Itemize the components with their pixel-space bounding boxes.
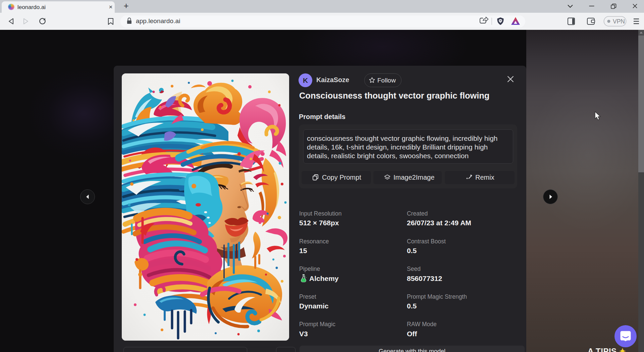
svg-text:VPN: VPN	[613, 18, 625, 25]
